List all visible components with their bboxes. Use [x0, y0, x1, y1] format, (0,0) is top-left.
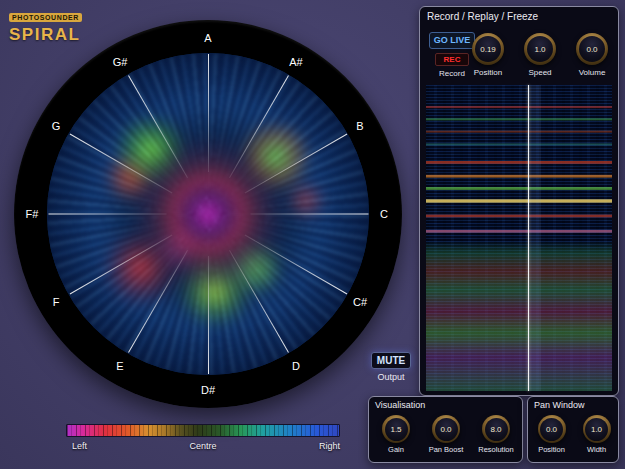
resolution-knob-face: 8.0 — [485, 418, 508, 441]
volume-knob-face: 0.0 — [579, 36, 605, 62]
note-ray — [250, 214, 368, 215]
note-label-d: D — [292, 360, 300, 372]
pan-position-knob-value: 0.0 — [546, 425, 557, 434]
volume-knob-group: 0.0 Volume — [568, 33, 616, 77]
gain-knob-value: 1.5 — [390, 425, 401, 434]
note-label-c-sharp: C# — [353, 296, 367, 308]
volume-knob-value: 0.0 — [586, 45, 597, 54]
pan-window-panel-title: Pan Window — [528, 397, 618, 412]
pan-position-knob-face: 0.0 — [540, 418, 563, 441]
gain-knob-label: Gain — [371, 445, 421, 454]
gain-knob-group: 1.5 Gain — [371, 415, 421, 454]
note-label-f-sharp: F# — [26, 208, 39, 220]
pan-legend-right: Right — [319, 441, 340, 451]
brand-block: PHOTOSOUNDER SPIRAL — [9, 6, 82, 45]
pan-width-knob[interactable]: 1.0 — [583, 415, 611, 443]
pan-boost-knob-value: 0.0 — [440, 425, 451, 434]
speed-knob-face: 1.0 — [527, 36, 553, 62]
note-label-c: C — [380, 208, 388, 220]
note-label-g: G — [52, 120, 61, 132]
pan-width-knob-group: 1.0 Width — [575, 415, 618, 454]
pan-position-knob-group: 0.0 Position — [530, 415, 573, 454]
resolution-knob-group: 8.0 Resolution — [471, 415, 521, 454]
playhead-line — [528, 85, 529, 391]
app-title: SPIRAL — [9, 25, 82, 45]
pan-position-knob-label: Position — [530, 445, 573, 454]
position-knob-face: 0.19 — [475, 36, 501, 62]
visualisation-panel-title: Visualisation — [369, 397, 522, 412]
pan-width-knob-value: 1.0 — [591, 425, 602, 434]
position-knob-label: Position — [464, 68, 512, 77]
note-ray — [208, 256, 209, 374]
speed-knob-value: 1.0 — [534, 45, 545, 54]
volume-knob-label: Volume — [568, 68, 616, 77]
volume-knob[interactable]: 0.0 — [576, 33, 608, 65]
pan-boost-knob[interactable]: 0.0 — [432, 415, 460, 443]
pan-window-panel: Pan Window 0.0 Position 1.0 Width — [527, 396, 619, 463]
pan-position-knob[interactable]: 0.0 — [538, 415, 566, 443]
pan-legend-left: Left — [72, 441, 87, 451]
spectrogram-display[interactable] — [426, 85, 612, 391]
resolution-knob[interactable]: 8.0 — [482, 415, 510, 443]
position-knob[interactable]: 0.19 — [472, 33, 504, 65]
note-label-a: A — [204, 32, 211, 44]
note-label-e: E — [116, 360, 123, 372]
note-label-d-sharp: D# — [201, 384, 215, 396]
output-label: Output — [371, 372, 411, 382]
pan-legend-centre: Centre — [189, 441, 216, 451]
spiral-bezel — [14, 20, 402, 408]
note-ray — [48, 214, 166, 215]
resolution-knob-label: Resolution — [471, 445, 521, 454]
speed-knob-group: 1.0 Speed — [516, 33, 564, 77]
spiral-spectrum-display — [47, 53, 369, 375]
pan-boost-knob-label: Pan Boost — [421, 445, 471, 454]
note-label-g-sharp: G# — [113, 56, 128, 68]
gain-knob-face: 1.5 — [385, 418, 408, 441]
record-replay-freeze-panel: Record / Replay / Freeze GO LIVE REC Rec… — [419, 6, 619, 396]
speed-knob-label: Speed — [516, 68, 564, 77]
pan-color-gradient-bar — [66, 424, 340, 437]
pan-boost-knob-face: 0.0 — [435, 418, 458, 441]
gain-knob[interactable]: 1.5 — [382, 415, 410, 443]
mute-button[interactable]: MUTE — [371, 352, 411, 369]
pan-width-knob-face: 1.0 — [585, 418, 608, 441]
note-label-f: F — [53, 296, 60, 308]
spiral-app-window: PHOTOSOUNDER SPIRAL A A# B C C# D D# E F… — [0, 0, 625, 469]
pan-width-knob-label: Width — [575, 445, 618, 454]
record-panel-title: Record / Replay / Freeze — [420, 7, 618, 25]
position-knob-group: 0.19 Position — [464, 33, 512, 77]
resolution-knob-value: 8.0 — [490, 425, 501, 434]
visualisation-panel: Visualisation 1.5 Gain 0.0 Pan Boost 8.0 — [368, 396, 523, 463]
speed-knob[interactable]: 1.0 — [524, 33, 556, 65]
note-label-b: B — [356, 120, 363, 132]
photosounder-logo: PHOTOSOUNDER — [9, 13, 82, 22]
pan-boost-knob-group: 0.0 Pan Boost — [421, 415, 471, 454]
position-knob-value: 0.19 — [480, 45, 496, 54]
note-ray — [208, 54, 209, 172]
note-label-a-sharp: A# — [289, 56, 302, 68]
playhead-band — [528, 85, 541, 391]
